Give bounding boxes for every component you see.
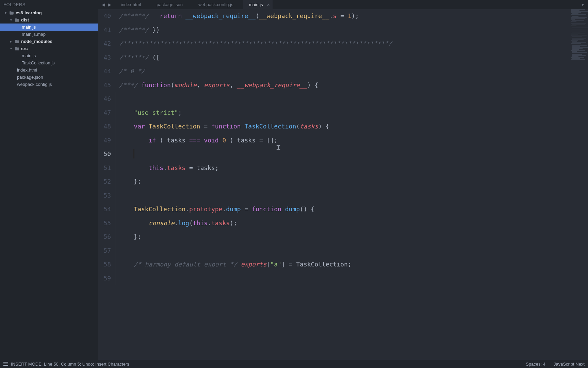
code-line[interactable]: /******/ ([ <box>119 51 588 65</box>
code-line[interactable] <box>119 92 588 106</box>
text-cursor <box>134 149 134 158</box>
status-spaces[interactable]: Spaces: 4 <box>526 362 545 367</box>
folder-icon <box>14 39 20 44</box>
folder-item[interactable]: ▸node_modules <box>0 38 98 45</box>
line-number: 40 <box>98 9 113 23</box>
nav-back-icon[interactable]: ◀ <box>102 2 105 7</box>
tree-label: main.js <box>22 53 36 58</box>
code-line[interactable]: this.tasks = tasks; <box>119 161 588 175</box>
tab-bar: ◀ ▶ index.html×package.json×webpack.conf… <box>98 0 588 9</box>
tree-label: main.js.map <box>22 32 46 37</box>
gutter: 4041424344454647484950515253545556575859 <box>98 9 115 360</box>
code-line[interactable]: var TaskCollection = function TaskCollec… <box>119 120 588 134</box>
nav-forward-icon[interactable]: ▶ <box>108 2 111 7</box>
file-item[interactable]: main.js <box>0 24 98 31</box>
line-number: 44 <box>98 64 113 78</box>
chevron-down-icon[interactable]: ▾ <box>10 18 14 22</box>
code-line[interactable]: /***************************************… <box>119 37 588 51</box>
tab-label: package.json <box>157 2 183 7</box>
code-line[interactable]: }; <box>119 230 588 244</box>
minimap[interactable] <box>570 9 588 77</box>
tab-label: webpack.config.js <box>198 2 233 7</box>
sidebar: FOLDERS ▾es6-learning▾distmain.jsmain.js… <box>0 0 98 360</box>
tree-label: index.html <box>17 67 37 73</box>
line-number: 56 <box>98 230 113 244</box>
file-item[interactable]: main.js <box>0 52 98 59</box>
line-number: 57 <box>98 244 113 258</box>
line-number: 51 <box>98 161 113 175</box>
folder-icon <box>14 46 20 51</box>
code-line[interactable]: /* harmony default export */ exports["a"… <box>119 258 588 272</box>
code-line[interactable] <box>119 147 588 161</box>
file-item[interactable]: package.json <box>0 74 98 81</box>
tree-label: TaskCollection.js <box>22 60 55 65</box>
folder-item[interactable]: ▾src <box>0 45 98 52</box>
folder-icon <box>14 18 20 22</box>
folder-item[interactable]: ▾es6-learning <box>0 9 98 16</box>
tab-package-json[interactable]: package.json× <box>150 0 192 9</box>
status-left-text: INSERT MODE, Line 50, Column 5; Undo: In… <box>11 362 129 367</box>
line-number: 42 <box>98 37 113 51</box>
close-icon[interactable]: × <box>267 2 270 7</box>
line-number: 47 <box>98 106 113 120</box>
code-line[interactable] <box>119 189 588 203</box>
tree-label: src <box>21 46 28 51</box>
file-item[interactable]: webpack.config.js <box>0 81 98 88</box>
code-line[interactable]: "use strict"; <box>119 106 588 120</box>
code-line[interactable] <box>119 244 588 258</box>
tree-label: main.js <box>22 25 36 30</box>
status-syntax[interactable]: JavaScript Next <box>554 362 585 367</box>
tree-label: dist <box>21 17 29 22</box>
line-number: 58 <box>98 258 113 272</box>
code-line[interactable]: /******/ return __webpack_require__(__we… <box>119 9 588 23</box>
line-number: 55 <box>98 216 113 230</box>
code-line[interactable]: console.log(this.tasks); <box>119 216 588 230</box>
code-area[interactable]: /******/ return __webpack_require__(__we… <box>116 9 588 360</box>
folder-item[interactable]: ▾dist <box>0 16 98 24</box>
tab-label: main.js <box>249 2 263 7</box>
line-number: 46 <box>98 92 113 106</box>
code-editor[interactable]: 4041424344454647484950515253545556575859… <box>98 9 588 360</box>
code-line[interactable]: /******/ }) <box>119 23 588 37</box>
line-number: 54 <box>98 202 113 216</box>
file-item[interactable]: TaskCollection.js <box>0 59 98 66</box>
file-tree: ▾es6-learning▾distmain.jsmain.js.map▸nod… <box>0 9 98 88</box>
tab-label: index.html <box>121 2 141 7</box>
folder-icon <box>9 11 14 15</box>
file-item[interactable]: index.html <box>0 66 98 74</box>
code-line[interactable] <box>119 272 588 286</box>
chevron-down-icon[interactable]: ▾ <box>5 11 9 15</box>
sidebar-title: FOLDERS <box>0 0 98 9</box>
line-number: 52 <box>98 175 113 189</box>
line-number: 45 <box>98 78 113 92</box>
line-number: 41 <box>98 23 113 37</box>
file-item[interactable]: main.js.map <box>0 31 98 38</box>
code-line[interactable]: TaskCollection.prototype.dump = function… <box>119 202 588 216</box>
menu-icon[interactable] <box>3 362 8 366</box>
tree-label: package.json <box>17 75 43 80</box>
tree-label: node_modules <box>21 39 52 44</box>
tab-overflow-icon[interactable]: ▼ <box>577 0 588 9</box>
status-bar: INSERT MODE, Line 50, Column 5; Undo: In… <box>0 360 588 368</box>
tab-main-js[interactable]: main.js× <box>243 0 273 9</box>
line-number: 48 <box>98 120 113 134</box>
line-number: 49 <box>98 134 113 148</box>
line-number: 53 <box>98 189 113 203</box>
code-line[interactable]: /***/ function(module, exports, __webpac… <box>119 78 588 92</box>
tree-label: es6-learning <box>16 10 42 15</box>
tab-nav: ◀ ▶ <box>98 0 115 9</box>
tree-label: webpack.config.js <box>17 82 52 87</box>
line-number: 43 <box>98 51 113 65</box>
code-line[interactable]: }; <box>119 175 588 189</box>
editor-zone: ◀ ▶ index.html×package.json×webpack.conf… <box>98 0 588 360</box>
line-number: 50 <box>98 147 113 161</box>
line-number: 59 <box>98 272 113 286</box>
chevron-right-icon[interactable]: ▸ <box>10 40 14 43</box>
code-line[interactable]: /* 0 */ <box>119 64 588 78</box>
code-line[interactable]: if ( tasks === void 0 ) tasks = []; <box>119 134 588 148</box>
tab-index-html[interactable]: index.html× <box>115 0 150 9</box>
tab-webpack-config-js[interactable]: webpack.config.js× <box>192 0 243 9</box>
chevron-down-icon[interactable]: ▾ <box>10 47 14 50</box>
